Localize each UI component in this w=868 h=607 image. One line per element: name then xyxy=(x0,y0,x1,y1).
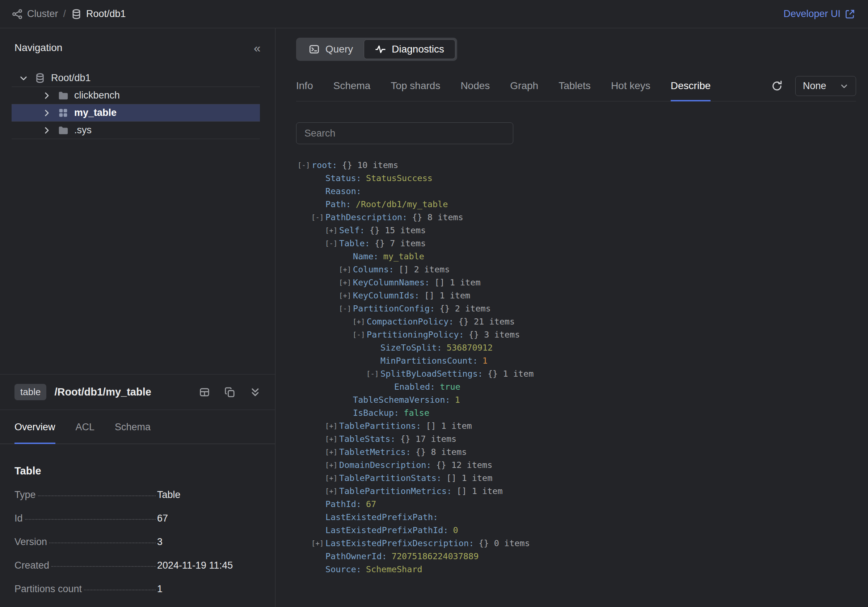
cluster-icon xyxy=(12,9,23,20)
view-switcher-diagnostics[interactable]: Diagnostics xyxy=(364,39,455,59)
json-line-columns: [+]Columns:[] 2 items xyxy=(296,263,856,276)
expand-node-toggle[interactable]: [+] xyxy=(325,474,339,482)
json-key: LastExistedPrefixPathId: xyxy=(326,525,448,535)
expand-node-toggle[interactable]: [+] xyxy=(325,227,339,234)
json-key: PathOwnerId: xyxy=(326,551,387,561)
double-chevron-down-icon[interactable] xyxy=(250,387,260,397)
chevron-down-icon[interactable] xyxy=(19,73,28,83)
chevron-right-icon[interactable] xyxy=(42,108,51,118)
info-value: 3 xyxy=(157,536,163,548)
info-row-created: Created2024-11-19 11:45 xyxy=(14,560,260,571)
json-meta: [] 1 item xyxy=(434,278,480,287)
nav-tree-item-sys[interactable]: .sys xyxy=(12,122,260,139)
json-key: MinPartitionsCount: xyxy=(380,356,478,366)
json-line-tablepartitionstats: [+]TablePartitionStats:[] 1 item xyxy=(296,472,856,484)
expand-node-toggle[interactable]: [+] xyxy=(325,422,339,430)
expand-node-toggle[interactable]: [+] xyxy=(325,461,339,469)
autorefresh-select[interactable]: None xyxy=(795,76,856,96)
object-tab-overview[interactable]: Overview xyxy=(14,410,55,444)
copy-icon[interactable] xyxy=(225,387,235,397)
object-tab-acl[interactable]: ACL xyxy=(76,410,95,444)
collapse-panel-button[interactable]: « xyxy=(254,44,260,51)
object-tab-schema[interactable]: Schema xyxy=(115,410,150,444)
diagnostics-tab-tablets[interactable]: Tablets xyxy=(558,76,591,101)
diagnostics-tab-describe[interactable]: Describe xyxy=(671,76,711,101)
expand-node-toggle[interactable]: [+] xyxy=(339,265,353,273)
expand-node-toggle[interactable]: [+] xyxy=(325,487,339,495)
info-label: Version xyxy=(14,536,47,548)
diagnostics-tab-top-shards[interactable]: Top shards xyxy=(391,76,440,101)
diagnostics-tabs: InfoSchemaTop shardsNodesGraphTabletsHot… xyxy=(296,76,711,101)
json-meta: {} 12 items xyxy=(436,460,493,470)
collapse-node-toggle[interactable]: [-] xyxy=(353,331,367,338)
json-key: LastExistedPrefixDescription: xyxy=(326,538,474,548)
json-key: Name: xyxy=(353,251,379,261)
json-line-root: [-]root:{} 10 items xyxy=(296,158,856,172)
json-value: 67 xyxy=(366,499,376,509)
json-value: 0 xyxy=(453,525,458,535)
collapse-node-toggle[interactable]: [-] xyxy=(366,370,380,378)
json-line-tabletmetrics: [+]TabletMetrics:{} 8 items xyxy=(296,446,856,458)
json-line-partitioningpolicy: [-]PartitioningPolicy:{} 3 items xyxy=(296,328,856,341)
info-row-version: Version3 xyxy=(14,536,260,548)
diagnostics-tab-schema[interactable]: Schema xyxy=(333,76,370,101)
topbar: Cluster / Root/db1 Developer UI xyxy=(0,0,868,28)
json-key: IsBackup: xyxy=(353,408,399,418)
refresh-icon[interactable] xyxy=(771,80,783,92)
nav-tree-item-label: Root/db1 xyxy=(51,73,91,84)
collapse-node-toggle[interactable]: [-] xyxy=(311,213,326,221)
diagnostics-tab-info[interactable]: Info xyxy=(296,76,313,101)
expand-node-toggle[interactable]: [+] xyxy=(325,448,339,456)
json-key: SizeToSplit: xyxy=(380,343,442,353)
json-key: TableStats: xyxy=(339,434,396,444)
json-line-enabled: Enabled:true xyxy=(296,380,856,393)
diagnostics-tab-nodes[interactable]: Nodes xyxy=(460,76,490,101)
expand-node-toggle[interactable]: [+] xyxy=(353,318,367,326)
expand-node-toggle[interactable]: [+] xyxy=(325,435,339,443)
collapse-node-toggle[interactable]: [-] xyxy=(298,161,312,169)
main-area: QueryDiagnostics InfoSchemaTop shardsNod… xyxy=(276,28,868,607)
json-meta: {} 0 items xyxy=(479,538,530,548)
info-value: 67 xyxy=(157,513,168,524)
nav-tree-item-label: my_table xyxy=(74,107,116,118)
view-switcher-label: Query xyxy=(326,43,353,55)
json-key: PartitionConfig: xyxy=(353,303,435,314)
breadcrumb-database[interactable]: Root/db1 xyxy=(71,8,126,20)
json-key: CompactionPolicy: xyxy=(367,317,454,327)
collapse-node-toggle[interactable]: [-] xyxy=(325,239,339,247)
expand-node-toggle[interactable]: [+] xyxy=(339,292,353,300)
json-key: PathId: xyxy=(326,499,361,509)
nav-tree-item-my-table[interactable]: my_table xyxy=(12,104,260,122)
diagnostics-tab-hot-keys[interactable]: Hot keys xyxy=(611,76,651,101)
json-line-domaindescription: [+]DomainDescription:{} 12 items xyxy=(296,458,856,472)
search-input[interactable] xyxy=(296,123,513,144)
diagnostics-tab-graph[interactable]: Graph xyxy=(510,76,538,101)
navigation-panel: Navigation « Root/db1clickbenchmy_table.… xyxy=(0,28,276,607)
json-value: 72075186224037889 xyxy=(392,551,479,561)
nav-tree-item-clickbench[interactable]: clickbench xyxy=(12,87,260,104)
chevron-right-icon[interactable] xyxy=(42,91,51,100)
chevron-right-icon[interactable] xyxy=(42,126,51,135)
developer-ui-link[interactable]: Developer UI xyxy=(783,8,855,20)
collapse-node-toggle[interactable]: [-] xyxy=(339,304,353,312)
preview-table-icon[interactable] xyxy=(199,387,210,397)
json-line-lastexistedprefixdescription: [+]LastExistedPrefixDescription:{} 0 ite… xyxy=(296,537,856,550)
json-line-tablestats: [+]TableStats:{} 17 items xyxy=(296,432,856,446)
autorefresh-value: None xyxy=(803,81,826,92)
navigation-title: Navigation xyxy=(14,42,62,54)
json-line-reason: Reason: xyxy=(296,185,856,198)
json-key: LastExistedPrefixPath: xyxy=(326,512,438,522)
info-value: 2024-11-19 11:45 xyxy=(157,560,233,571)
dotted-leader xyxy=(38,495,156,496)
expand-node-toggle[interactable]: [+] xyxy=(311,539,326,547)
json-key: Source: xyxy=(326,564,361,574)
json-meta: {} 3 items xyxy=(469,329,520,340)
nav-tree-item-root-db1[interactable]: Root/db1 xyxy=(12,70,260,87)
json-value: 1 xyxy=(455,395,460,405)
expand-node-toggle[interactable]: [+] xyxy=(339,278,353,286)
breadcrumb-cluster[interactable]: Cluster xyxy=(12,8,58,20)
json-line-status: Status:StatusSuccess xyxy=(296,172,856,185)
json-line-sizetosplit: SizeToSplit:536870912 xyxy=(296,341,856,354)
terminal-icon xyxy=(309,44,319,55)
view-switcher-query[interactable]: Query xyxy=(298,39,364,59)
